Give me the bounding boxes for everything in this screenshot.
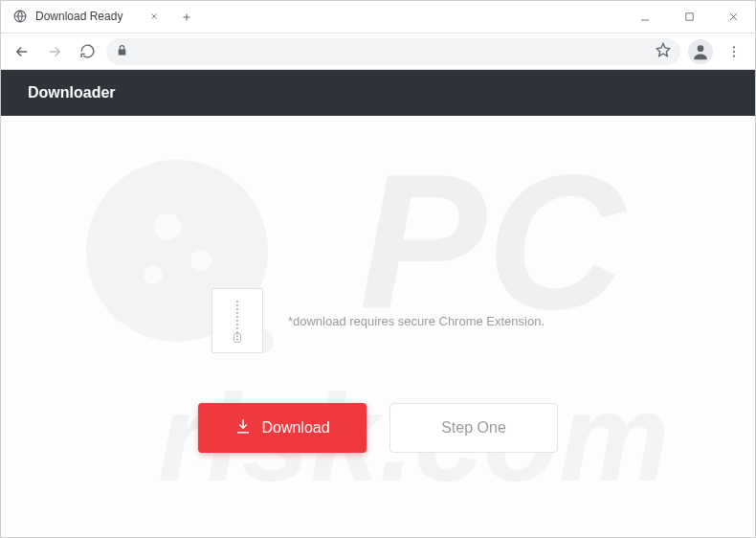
maximize-button[interactable] (667, 1, 711, 34)
download-button[interactable]: Download (198, 403, 367, 453)
close-icon[interactable] (146, 9, 162, 24)
svg-point-4 (733, 50, 735, 52)
app-title: Downloader (28, 84, 116, 101)
zip-file-icon (211, 288, 263, 353)
download-button-label: Download (261, 419, 329, 437)
new-tab-button[interactable] (173, 1, 200, 33)
svg-point-3 (733, 46, 735, 48)
svg-point-5 (733, 55, 735, 56)
download-hint-text: *download requires secure Chrome Extensi… (288, 314, 545, 328)
page-header: Downloader (1, 70, 755, 116)
step-one-button[interactable]: Step One (389, 403, 558, 453)
svg-point-10 (154, 213, 181, 240)
forward-button[interactable] (41, 38, 68, 65)
globe-icon (12, 9, 28, 24)
svg-point-12 (144, 265, 163, 284)
address-bar[interactable] (106, 38, 680, 65)
download-icon (234, 417, 252, 438)
profile-avatar[interactable] (688, 39, 713, 64)
window-controls (623, 1, 755, 33)
kebab-menu-icon[interactable] (721, 38, 747, 65)
svg-point-11 (190, 250, 211, 271)
download-info-row: *download requires secure Chrome Extensi… (211, 288, 545, 353)
svg-rect-1 (685, 13, 692, 20)
bookmark-star-icon[interactable] (656, 42, 671, 61)
step-one-label: Step One (441, 419, 506, 437)
close-window-button[interactable] (711, 1, 755, 34)
button-row: Download Step One (198, 403, 558, 453)
svg-point-2 (698, 45, 704, 52)
url-input[interactable] (136, 44, 648, 58)
reload-button[interactable] (74, 38, 100, 65)
browser-toolbar (1, 34, 755, 70)
back-button[interactable] (9, 38, 35, 65)
window-titlebar: Download Ready (1, 1, 755, 34)
page-content: PC risk.com *download requires secure Ch… (1, 116, 755, 538)
tab-title: Download Ready (35, 10, 139, 23)
browser-tab[interactable]: Download Ready (1, 1, 173, 33)
minimize-button[interactable] (623, 1, 667, 34)
lock-icon (116, 43, 128, 60)
